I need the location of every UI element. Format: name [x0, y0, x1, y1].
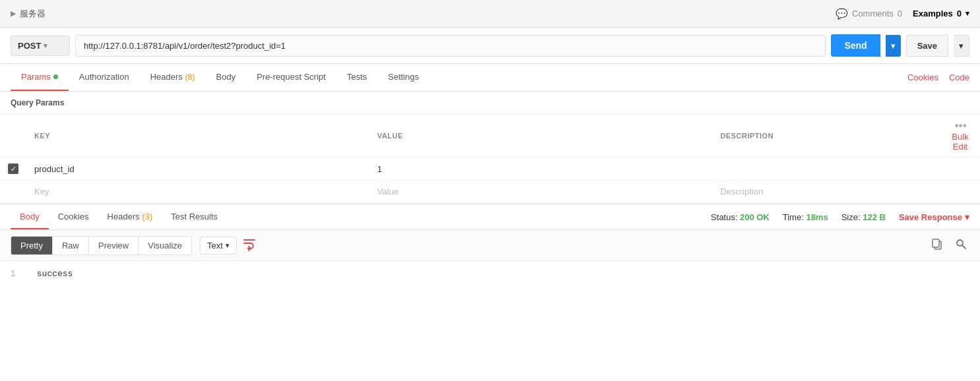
url-input[interactable] [75, 35, 826, 57]
format-preview-button[interactable]: Preview [89, 237, 138, 254]
status-value: 200 OK [740, 212, 770, 222]
tab-authorization-label: Authorization [79, 72, 129, 82]
method-label: POST [18, 41, 41, 51]
save-button[interactable]: Save [906, 35, 948, 57]
resp-format-right [929, 235, 969, 255]
empty-row-checkbox[interactable] [0, 181, 26, 203]
resp-tab-headers-badge: (3) [142, 212, 152, 221]
format-button-group: Pretty Raw Preview Visualize [11, 236, 192, 255]
resp-tab-test-results[interactable]: Test Results [162, 205, 227, 229]
size-value: 122 B [863, 212, 886, 222]
tab-headers[interactable]: Headers (8) [140, 64, 206, 91]
tab-prerequest[interactable]: Pre-request Script [246, 64, 336, 91]
req-tabs-right: Cookies Code [907, 73, 969, 82]
resp-tab-headers[interactable]: Headers (3) [98, 205, 162, 229]
row-key[interactable]: product_id [26, 158, 369, 181]
tab-params-label: Params [21, 72, 51, 82]
chevron-right-icon: ▶ [11, 9, 16, 18]
send-dropdown-button[interactable]: ▾ [886, 35, 901, 57]
empty-row-value[interactable]: Value [369, 181, 712, 203]
method-select[interactable]: POST ▾ [11, 36, 70, 56]
col-check-header [0, 115, 26, 158]
resp-tab-cookies[interactable]: Cookies [49, 205, 98, 229]
tab-settings-label: Settings [388, 72, 419, 82]
row-description[interactable] [712, 158, 940, 181]
tab-headers-badge: (8) [185, 73, 195, 82]
row-actions [940, 158, 980, 181]
bulk-edit-button[interactable]: Bulk Edit [948, 132, 972, 152]
save-chevron-icon: ▾ [959, 41, 964, 51]
tab-authorization[interactable]: Authorization [69, 64, 140, 91]
method-chevron-icon: ▾ [44, 42, 47, 50]
examples-button[interactable]: Examples 0 ▾ [913, 9, 969, 18]
svg-rect-1 [933, 239, 939, 247]
resp-tab-headers-label: Headers [107, 212, 140, 221]
row-checkbox[interactable] [0, 158, 26, 181]
three-dots-icon: ••• [955, 120, 967, 131]
response-status-bar: Status: 200 OK Time: 18ms Size: 122 B Sa… [711, 212, 969, 222]
size-label: Size: 122 B [842, 212, 886, 222]
tab-body-label: Body [216, 72, 236, 82]
text-format-select[interactable]: Text ▾ [200, 237, 237, 254]
time-value: 18ms [806, 212, 828, 222]
col-key-header: KEY [26, 115, 369, 158]
col-desc-header: DESCRIPTION [712, 115, 940, 158]
tab-prerequest-label: Pre-request Script [257, 72, 326, 82]
send-button[interactable]: Send [831, 34, 880, 57]
time-label: Time: 18ms [783, 212, 828, 222]
url-bar: POST ▾ Send ▾ Save ▾ [0, 28, 980, 64]
wrap-button[interactable] [242, 237, 257, 254]
comments-button[interactable]: 💬 Comments 0 [836, 8, 902, 20]
server-label: ▶ 服务器 [11, 8, 46, 20]
chevron-down-icon: ▾ [965, 9, 969, 18]
tab-tests-label: Tests [347, 72, 367, 82]
server-label-text: 服务器 [20, 8, 46, 20]
line-content: success [37, 269, 73, 279]
params-table: KEY VALUE DESCRIPTION ••• Bulk Edit [0, 115, 980, 203]
query-params-section: Query Params KEY VALUE DESCRIPTION ••• B… [0, 92, 980, 203]
table-row: product_id 1 [0, 158, 980, 181]
top-bar: ▶ 服务器 💬 Comments 0 Examples 0 ▾ [0, 0, 980, 28]
code-link[interactable]: Code [949, 73, 969, 82]
empty-row-key[interactable]: Key [26, 181, 369, 203]
response-tabs: Body Cookies Headers (3) Test Results St… [0, 205, 980, 230]
col-actions-header: ••• Bulk Edit [940, 115, 980, 158]
section-header: Query Params [0, 92, 980, 115]
copy-button[interactable] [929, 235, 946, 255]
search-button[interactable] [952, 235, 969, 255]
response-line: 1 success [11, 269, 969, 279]
row-value[interactable]: 1 [369, 158, 712, 181]
tab-body[interactable]: Body [206, 64, 247, 91]
resp-tab-cookies-label: Cookies [58, 212, 89, 221]
tab-params[interactable]: Params [11, 64, 69, 91]
tab-headers-label: Headers [150, 72, 183, 82]
empty-row-actions [940, 181, 980, 203]
examples-count: 0 [957, 9, 962, 18]
examples-label: Examples [913, 9, 953, 18]
format-pretty-button[interactable]: Pretty [11, 237, 53, 254]
request-tabs: Params Authorization Headers (8) Body Pr… [0, 64, 980, 92]
col-value-header: VALUE [369, 115, 712, 158]
text-format-chevron-icon: ▾ [226, 241, 230, 250]
search-icon [955, 238, 967, 250]
comments-count: 0 [898, 9, 902, 18]
wrap-icon [242, 237, 257, 251]
tab-settings[interactable]: Settings [377, 64, 429, 91]
empty-row-description[interactable]: Description [712, 181, 940, 203]
tab-tests[interactable]: Tests [336, 64, 377, 91]
comments-label: Comments [852, 9, 894, 18]
send-chevron-icon: ▾ [891, 41, 896, 51]
cookies-link[interactable]: Cookies [907, 73, 938, 82]
save-dropdown-button[interactable]: ▾ [954, 35, 969, 57]
format-raw-button[interactable]: Raw [53, 237, 89, 254]
text-format-label: Text [207, 241, 223, 250]
format-visualize-button[interactable]: Visualize [138, 237, 191, 254]
save-response-button[interactable]: Save Response ▾ [899, 212, 969, 222]
top-bar-right: 💬 Comments 0 Examples 0 ▾ [836, 8, 969, 20]
comment-icon: 💬 [836, 8, 848, 20]
resp-tab-test-results-label: Test Results [171, 212, 218, 221]
svg-line-3 [962, 245, 965, 249]
line-number: 1 [11, 270, 26, 279]
resp-tab-body[interactable]: Body [11, 205, 49, 229]
save-resp-chevron-icon: ▾ [965, 212, 969, 222]
